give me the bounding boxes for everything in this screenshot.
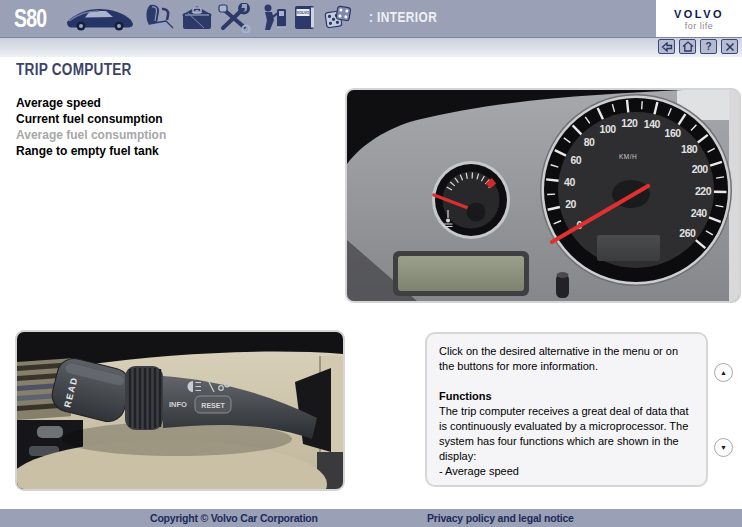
scroll-down-button[interactable]: ▼ xyxy=(714,438,733,457)
down-arrow-icon: ▼ xyxy=(720,444,727,451)
svg-text:260: 260 xyxy=(679,227,696,239)
privacy-policy-link[interactable]: Privacy policy and legal notice xyxy=(427,509,574,527)
svg-text:200: 200 xyxy=(692,163,709,175)
nav-seats-icon[interactable] xyxy=(140,3,176,33)
page-title: TRIP COMPUTER xyxy=(16,61,132,79)
svg-text:100: 100 xyxy=(600,123,617,135)
info-panel: Click on the desired alternative in the … xyxy=(425,332,708,487)
nav-car-icon[interactable] xyxy=(64,3,136,33)
volvo-brand-box: VOLVO for life xyxy=(656,0,742,37)
info-label: INFO xyxy=(169,400,187,409)
footer-bar: Copyright © Volvo Car Corporation Privac… xyxy=(0,509,742,527)
svg-text:160: 160 xyxy=(665,127,682,139)
functions-body: The trip computer receives a great deal … xyxy=(439,404,694,464)
volvo-wordmark: VOLVO xyxy=(656,8,742,20)
toolbar-bar: ? xyxy=(0,38,742,57)
svg-text:140: 140 xyxy=(644,118,661,130)
functions-heading: Functions xyxy=(439,389,694,404)
app-window: S80 xyxy=(0,0,742,527)
header-bar: S80 xyxy=(0,0,742,38)
nav-refuelling-icon[interactable] xyxy=(257,3,289,33)
nav-tools-icon[interactable] xyxy=(217,3,253,33)
section-breadcrumb: : INTERIOR xyxy=(369,9,437,25)
instrument-cluster-image[interactable]: 020406080100120140160180200220240260 KM/… xyxy=(345,88,741,303)
stalk-control-image[interactable]: READ INFO xyxy=(15,330,345,491)
volvo-tagline: for life xyxy=(656,21,742,31)
help-button[interactable]: ? xyxy=(700,39,717,54)
svg-text:180: 180 xyxy=(681,143,698,155)
nav-dice-icon[interactable] xyxy=(321,3,355,33)
trip-reset-knob[interactable] xyxy=(556,272,569,298)
svg-text:220: 220 xyxy=(695,185,712,197)
reset-button[interactable]: RESET xyxy=(195,396,231,413)
scroll-up-button[interactable]: ▲ xyxy=(714,363,733,382)
menu-item-current-fuel-consumption[interactable]: Current fuel consumption xyxy=(16,111,166,127)
speedometer-unit: KM/H xyxy=(619,153,637,160)
home-button[interactable] xyxy=(679,39,696,54)
back-arrow-icon xyxy=(661,42,673,52)
up-arrow-icon: ▲ xyxy=(720,369,727,376)
svg-text:40: 40 xyxy=(564,176,575,188)
speedometer: 020406080100120140160180200220240260 KM/… xyxy=(540,94,732,286)
temperature-gauge xyxy=(432,161,510,239)
menu-item-average-speed[interactable]: Average speed xyxy=(16,95,166,111)
help-glyph: ? xyxy=(705,41,711,52)
svg-text:240: 240 xyxy=(691,207,708,219)
close-button[interactable] xyxy=(721,39,738,54)
info-intro: Click on the desired alternative in the … xyxy=(439,344,694,374)
svg-text:RESET: RESET xyxy=(201,402,225,409)
svg-text:20: 20 xyxy=(565,198,576,210)
svg-text:120: 120 xyxy=(621,117,638,129)
svg-text:60: 60 xyxy=(571,154,582,166)
svg-text:80: 80 xyxy=(584,136,595,148)
menu-item-average-fuel-consumption: Average fuel consumption xyxy=(16,127,166,143)
close-icon xyxy=(725,42,735,52)
menu-item-range-to-empty[interactable]: Range to empty fuel tank xyxy=(16,143,166,159)
s80-logo: S80 xyxy=(14,4,46,33)
copyright-text: Copyright © Volvo Car Corporation xyxy=(150,509,318,527)
function-menu: Average speed Current fuel consumption A… xyxy=(16,95,166,159)
functions-list-item: - Average speed xyxy=(439,464,694,479)
nav-manual-icon[interactable]: VOLVO xyxy=(291,3,319,33)
manual-book-title: VOLVO xyxy=(297,11,310,15)
home-icon xyxy=(682,41,694,52)
nav-luggage-icon[interactable] xyxy=(180,3,214,33)
odometer-lcd xyxy=(597,235,660,261)
trip-computer-display xyxy=(393,251,529,296)
back-button[interactable] xyxy=(658,39,675,54)
